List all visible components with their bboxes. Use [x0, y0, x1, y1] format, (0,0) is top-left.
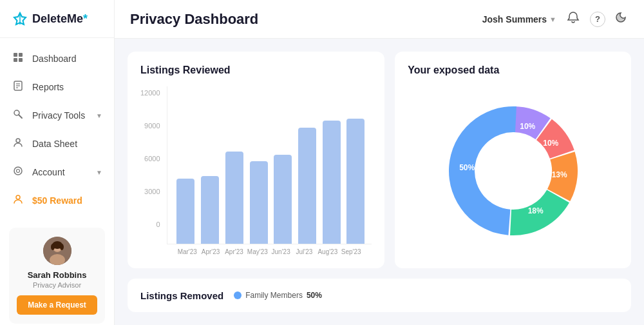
page-title: Privacy Dashboard [130, 11, 258, 28]
content-area: Listings Reviewed 12000 9000 6000 3000 0… [115, 39, 644, 325]
donut-chart-svg: 10%10%13%18%50% [436, 94, 591, 248]
make-request-button[interactable]: Make a Request [17, 295, 97, 315]
bar-group [346, 86, 366, 244]
user-dropdown-arrow: ▼ [549, 15, 556, 23]
bar-group [298, 86, 317, 244]
listings-removed-title: Listings Removed [140, 290, 223, 301]
nav-items: Dashboard Reports Privacy Tools ▼ Data S… [0, 38, 114, 221]
logo-brand: DeleteMe [32, 12, 83, 25]
advisor-card: Sarah Robbins Privacy Advisor Make a Req… [9, 228, 105, 324]
donut-label: 50% [459, 163, 475, 172]
svg-point-22 [60, 244, 64, 250]
svg-line-11 [19, 115, 22, 118]
header-right: Josh Summers ▼ ? [482, 11, 629, 27]
y-label-6000: 6000 [140, 155, 160, 162]
help-icon[interactable]: ? [590, 12, 605, 27]
donut-area: 10%10%13%18%50% [408, 86, 618, 255]
privacy-tools-arrow: ▼ [96, 112, 102, 119]
y-label-3000: 3000 [140, 188, 160, 195]
legend-family-members: Family Members 50% [234, 291, 322, 300]
legend-value-family: 50% [307, 291, 322, 300]
x-label: Sep'23 [339, 248, 363, 255]
listings-reviewed-title: Listings Reviewed [140, 64, 372, 76]
y-axis: 12000 9000 6000 3000 0 [140, 86, 167, 228]
svg-rect-3 [19, 53, 23, 57]
bar [274, 155, 292, 244]
bar-group [273, 86, 292, 244]
sidebar-item-privacy-tools[interactable]: Privacy Tools ▼ [0, 101, 114, 130]
account-arrow: ▼ [96, 169, 102, 176]
x-label: May'23 [246, 248, 269, 255]
bar [323, 121, 341, 244]
x-label: Mar'23 [176, 248, 199, 255]
bar-group [176, 86, 196, 244]
bar-group [225, 86, 244, 244]
x-label: Jul'23 [292, 248, 316, 255]
logo-star: * [83, 12, 88, 25]
donut-label: 10% [520, 122, 535, 131]
notification-bell-icon[interactable] [567, 11, 580, 27]
sidebar-item-data-sheet[interactable]: Data Sheet [0, 130, 114, 158]
x-label: Jun'23 [269, 248, 292, 255]
main-content: Privacy Dashboard Josh Summers ▼ ? Listi… [115, 0, 644, 325]
reports-icon [12, 81, 24, 94]
bar [176, 179, 194, 244]
x-label: Apr'23 [222, 248, 245, 255]
y-label-9000: 9000 [140, 122, 160, 130]
sidebar-item-reports-label: Reports [32, 82, 64, 92]
exposed-data-card: Your exposed data 10%10%13%18%50% [395, 52, 631, 268]
x-label: Apr'23 [199, 248, 222, 255]
advisor-avatar [43, 237, 71, 265]
bar [250, 161, 268, 244]
advisor-name: Sarah Robbins [17, 270, 97, 280]
bar [201, 176, 219, 244]
y-label-0: 0 [140, 221, 160, 228]
sidebar-item-reward[interactable]: $50 Reward [0, 186, 114, 215]
legend-dot-family [234, 291, 242, 299]
donut-label: 18% [527, 206, 543, 215]
top-row: Listings Reviewed 12000 9000 6000 3000 0… [128, 52, 631, 268]
sidebar-item-dashboard[interactable]: Dashboard [0, 44, 114, 73]
user-menu[interactable]: Josh Summers ▼ [482, 14, 556, 25]
bottom-row: Listings Removed Family Members 50% [128, 279, 631, 312]
advisor-title: Privacy Advisor [17, 281, 97, 289]
logo-text: DeleteMe* [32, 12, 88, 26]
donut-label: 13% [551, 170, 567, 179]
bar [298, 128, 316, 244]
dark-mode-icon[interactable] [616, 11, 629, 27]
data-sheet-icon [12, 137, 24, 150]
svg-point-13 [14, 167, 22, 175]
sidebar-item-data-sheet-label: Data Sheet [32, 139, 77, 149]
donut-label: 10% [543, 139, 558, 148]
sidebar-item-privacy-tools-label: Privacy Tools [32, 110, 85, 121]
bar [346, 119, 365, 244]
exposed-data-title: Your exposed data [408, 64, 618, 76]
svg-point-14 [17, 170, 20, 173]
reward-icon [12, 194, 24, 207]
bar-group [249, 86, 269, 244]
svg-rect-2 [14, 53, 17, 57]
listings-reviewed-card: Listings Reviewed 12000 9000 6000 3000 0… [128, 52, 384, 268]
sidebar-item-reports[interactable]: Reports [0, 73, 114, 101]
sidebar: DeleteMe* Dashboard Reports Privacy Tool… [0, 0, 115, 325]
dashboard-icon [12, 52, 24, 65]
svg-rect-4 [14, 58, 17, 62]
sidebar-item-reward-label: $50 Reward [32, 195, 82, 206]
user-name-label: Josh Summers [482, 14, 547, 25]
bar [225, 152, 243, 244]
y-label-12000: 12000 [140, 89, 160, 97]
legend-label-family: Family Members [245, 291, 303, 300]
privacy-tools-icon [12, 109, 24, 122]
header: Privacy Dashboard Josh Summers ▼ ? [115, 0, 644, 39]
bars-container [167, 86, 372, 244]
logo-icon [13, 12, 27, 26]
bar-group [322, 86, 341, 244]
svg-point-12 [16, 139, 20, 143]
sidebar-item-account[interactable]: Account ▼ [0, 158, 114, 186]
svg-rect-5 [19, 58, 23, 62]
x-axis-labels: Mar'23Apr'23Apr'23May'23Jun'23Jul'23Aug'… [167, 244, 372, 255]
bar-group [200, 86, 220, 244]
account-icon [12, 166, 24, 179]
sidebar-item-dashboard-label: Dashboard [32, 54, 77, 64]
logo-area: DeleteMe* [0, 0, 114, 38]
